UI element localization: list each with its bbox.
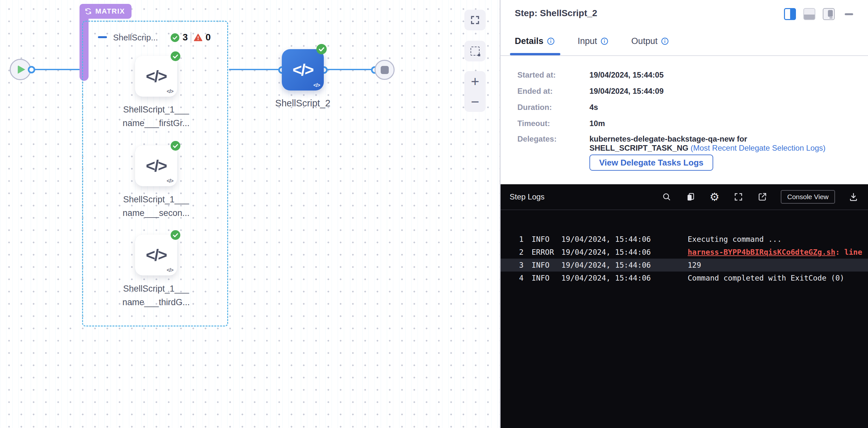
node-label: ShellScript_1___ name___secon... (109, 193, 203, 220)
stop-icon (381, 66, 389, 74)
success-badge-icon (170, 52, 180, 61)
edge-start-to-matrix (31, 69, 83, 70)
matrix-group-title[interactable]: ShellScrip... (113, 33, 158, 43)
matrix-tag[interactable]: MATRIX (80, 4, 131, 19)
delegate-name: kubernetes-delegate-backstage-qa-new for (589, 134, 747, 143)
floating-panel-view-icon[interactable] (823, 8, 835, 20)
fullscreen-icon (734, 192, 743, 202)
zoom-out-button[interactable]: − (471, 95, 479, 109)
start-node-connector-dot[interactable] (28, 66, 35, 73)
log-line-3[interactable]: 3 INFO 19/04/2024, 15:44:06 129 (501, 258, 868, 272)
collapse-group-icon[interactable] (98, 36, 107, 38)
group-header-divider (191, 32, 191, 43)
code-icon: </> (292, 60, 313, 79)
copy-icon (686, 192, 695, 202)
detail-tabs: Details Input Output (515, 36, 669, 46)
tab-details[interactable]: Details (515, 36, 555, 46)
play-icon (18, 65, 25, 74)
selection-tool-button[interactable] (464, 41, 486, 61)
code-icon: </> (146, 246, 166, 265)
delegate-selection-logs-link[interactable]: (Most Recent Delegate Selection Logs) (690, 144, 826, 152)
selection-tool-icon (470, 47, 479, 56)
download-logs-button[interactable] (848, 191, 859, 202)
step-logs-header: Step Logs ⚙ (501, 184, 868, 210)
node-shellscript1-first[interactable]: </> </> (135, 56, 177, 97)
code-badge-icon: </> (167, 178, 173, 184)
step-details-panel: Step: ShellScript_2 Details Input (501, 0, 868, 184)
edge-shellscript2-to-end (323, 69, 375, 70)
code-icon: </> (146, 156, 166, 175)
matrix-tag-label: MATRIX (95, 7, 125, 16)
copy-logs-button[interactable] (685, 191, 696, 202)
step-logs-title: Step Logs (509, 192, 545, 202)
zoom-in-button[interactable]: + (471, 74, 479, 89)
fit-to-screen-icon (470, 15, 480, 25)
view-delegate-tasks-logs-button[interactable]: View Delegate Tasks Logs (589, 155, 713, 171)
node-shellscript1-second[interactable]: </> </> (135, 146, 177, 186)
error-count-icon (193, 33, 203, 42)
loop-icon (84, 7, 92, 16)
edge-matrix-to-shellscript2 (229, 69, 282, 70)
tabs-divider (501, 55, 868, 56)
console-view-toggle[interactable]: Console View (781, 190, 835, 204)
step-logs-toolbar: ⚙ Console View (661, 190, 859, 204)
active-tab-underline (510, 53, 560, 55)
panel-layout-controls (784, 8, 853, 20)
delegate-task-type: SHELL_SCRIPT_TASK_NG (589, 144, 690, 152)
fullscreen-logs-button[interactable] (733, 191, 744, 202)
success-badge-icon (170, 141, 180, 151)
download-icon (848, 192, 858, 202)
error-count: 0 (206, 32, 211, 43)
step-logs-panel: Step Logs ⚙ (501, 184, 868, 428)
tab-input[interactable]: Input (578, 36, 608, 46)
code-badge-icon: </> (167, 89, 173, 94)
log-settings-button[interactable]: ⚙ (709, 191, 720, 202)
log-lines[interactable]: 1 INFO 19/04/2024, 15:44:06 Executing co… (501, 210, 868, 284)
info-icon (547, 37, 555, 45)
node-label: ShellScript_1___ name___thirdG... (109, 282, 203, 309)
gear-icon: ⚙ (710, 191, 719, 202)
success-count-icon (170, 33, 179, 42)
success-badge-icon (316, 44, 327, 54)
bottom-panel-view-icon[interactable] (803, 8, 815, 20)
step-panel-title: Step: ShellScript_2 (515, 8, 597, 19)
info-icon (601, 37, 608, 45)
search-logs-button[interactable] (661, 191, 672, 202)
node-shellscript1-third[interactable]: </> </> (135, 235, 177, 275)
log-line-2[interactable]: 2 ERROR 19/04/2024, 15:44:06 harness-BYP… (501, 246, 868, 258)
success-count: 3 (183, 32, 188, 43)
node-shellscript2[interactable]: </> </> (282, 49, 324, 91)
info-icon (661, 37, 669, 45)
code-badge-icon: </> (167, 267, 173, 273)
tab-output[interactable]: Output (631, 36, 669, 46)
external-link-icon (757, 192, 767, 202)
pipeline-execution-page: MATRIX ShellScrip... 3 0 </> </> ShellSc… (0, 0, 868, 428)
success-badge-icon (170, 230, 180, 240)
minimize-panel-icon[interactable] (845, 13, 853, 15)
error-script-link[interactable]: harness-BYPP4bBIRqisKCo6dteGZg.sh (688, 248, 835, 256)
pipeline-canvas[interactable]: MATRIX ShellScrip... 3 0 </> </> ShellSc… (0, 0, 500, 428)
log-line-4[interactable]: 4 INFO 19/04/2024, 15:44:06 Command comp… (501, 272, 868, 284)
search-icon (662, 192, 672, 202)
open-logs-new-tab-button[interactable] (757, 191, 768, 202)
main-node-label: ShellScript_2 (256, 96, 350, 110)
log-line-1[interactable]: 1 INFO 19/04/2024, 15:44:06 Executing co… (501, 233, 868, 246)
pipeline-end-node[interactable] (375, 60, 395, 80)
fit-to-screen-button[interactable] (464, 10, 486, 30)
code-badge-icon: </> (313, 83, 320, 88)
code-icon: </> (146, 67, 166, 86)
zoom-control: + − (464, 71, 486, 112)
node-label: ShellScript_1___ name___firstGr... (109, 103, 203, 130)
split-view-icon[interactable] (784, 8, 796, 20)
